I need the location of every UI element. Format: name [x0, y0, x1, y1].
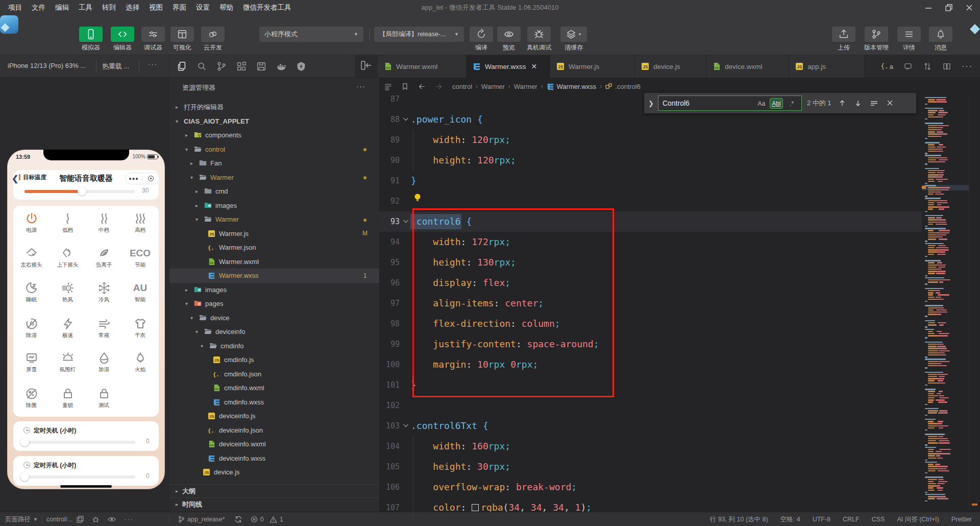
regex-icon[interactable]: .* [786, 98, 797, 109]
find-next-icon[interactable] [854, 100, 862, 107]
control-常规[interactable]: 常规 [86, 317, 122, 339]
debug-icon[interactable] [92, 516, 100, 523]
tab-Warmer.wxss[interactable]: Warmer.wxss✕ [467, 55, 550, 78]
close-icon[interactable] [966, 4, 973, 11]
tree-item-cmdinfo.js[interactable]: JScmdinfo.js [169, 353, 379, 367]
control-除湿[interactable]: 除湿 [13, 317, 50, 339]
tree-item-deviceinfo.js[interactable]: JSdeviceinfo.js [169, 409, 379, 423]
tab-app.js[interactable]: JSapp.js [789, 55, 865, 78]
tree-item-cmd[interactable]: ▸cmd [169, 184, 379, 199]
minimize-icon[interactable] [925, 4, 932, 11]
control-负离子[interactable]: 负离子 [86, 247, 122, 269]
control-低档[interactable]: 低档 [50, 212, 86, 234]
api-icon[interactable]: {..}a [879, 61, 893, 71]
control-测试[interactable]: 测试 [86, 387, 122, 409]
activity-files-icon[interactable] [176, 61, 187, 72]
control-左右摇头[interactable]: 左右摇头 [13, 247, 50, 269]
tree-item-components[interactable]: ▸components [169, 128, 379, 142]
simulator-more-icon[interactable]: ··· [148, 60, 158, 68]
tree-item-Warmer[interactable]: ▾Warmer● [169, 171, 379, 185]
activity-git-icon[interactable] [216, 61, 227, 72]
tree-item-cmdinfo[interactable]: ▾cmdinfo [169, 339, 379, 353]
tree-item-Warmer.wxml[interactable]: <>Warmer.wxml [169, 255, 379, 269]
tree-item-CIAS_AIOT_APPLET[interactable]: ▾CIAS_AIOT_APPLET [169, 114, 379, 129]
menu-9[interactable]: 帮助 [219, 3, 233, 12]
timer-slider[interactable] [24, 441, 135, 444]
temperature-slider-knob[interactable] [78, 187, 86, 196]
compile-mode-select[interactable]: 【局部编译】release-...▼ [374, 27, 464, 42]
control-屏显[interactable]: 屏显 [13, 351, 50, 373]
miniapp-capsule[interactable]: ●●● [125, 173, 160, 184]
control-极速[interactable]: 极速 [50, 317, 86, 339]
control-节能[interactable]: ECO节能 [122, 247, 158, 269]
page-path-label[interactable]: 页面路径 [5, 515, 31, 524]
tab-device.wxml[interactable]: <>device.wxml [706, 55, 789, 78]
find-expand-icon[interactable]: ❯ [648, 100, 654, 107]
tree-item-images[interactable]: ▸images [169, 199, 379, 213]
tree-item-deviceinfo.wxss[interactable]: deviceinfo.wxss [169, 451, 379, 466]
tree-item-Warmer[interactable]: ▾Warmer● [169, 212, 379, 227]
tree-item-Warmer.js[interactable]: JSWarmer.jsM [169, 227, 379, 241]
warnings-icon[interactable] [270, 516, 277, 523]
formatter[interactable]: Prettier [951, 516, 972, 523]
menu-7[interactable]: 界面 [173, 3, 186, 12]
tree-item-deviceinfo[interactable]: ▾deviceinfo [169, 325, 379, 339]
eye-icon[interactable] [108, 516, 116, 522]
timer-slider-knob[interactable] [20, 472, 29, 481]
menu-3[interactable]: 工具 [79, 3, 92, 12]
menu-1[interactable]: 文件 [32, 3, 45, 12]
tree-item-device.js[interactable]: JSdevice.js [169, 465, 379, 480]
activity-grid-icon[interactable] [236, 61, 247, 72]
activity-docker-icon[interactable] [276, 61, 287, 72]
menu-0[interactable]: 项目 [8, 3, 22, 12]
indentation[interactable]: 空格: 4 [780, 515, 800, 524]
version-button[interactable] [865, 27, 888, 42]
tree-item-deviceinfo.wxml[interactable]: <>deviceinfo.wxml [169, 437, 379, 451]
tree-item-deviceinfo.json[interactable]: {..}deviceinfo.json [169, 423, 379, 438]
mode-select[interactable]: 小程序模式▼ [259, 27, 363, 42]
debugger-button[interactable] [141, 27, 165, 42]
timer-slider[interactable] [24, 475, 135, 479]
errors-icon[interactable] [251, 516, 258, 523]
menu-10[interactable]: 微信开发者工具 [243, 3, 291, 12]
menu-4[interactable]: 转到 [102, 3, 116, 12]
comment-icon[interactable] [903, 62, 913, 71]
tree-item-cmdinfo.wxml[interactable]: <>cmdinfo.wxml [169, 381, 379, 395]
activity-save-icon[interactable] [256, 61, 267, 72]
preview-button[interactable] [497, 27, 521, 42]
avatar[interactable] [0, 15, 18, 34]
editor-button[interactable] [111, 27, 134, 42]
find-input[interactable]: Control6 Aa Ab̲l .* [658, 95, 802, 111]
control-睡眠[interactable]: 睡眠 [13, 281, 50, 303]
explorer-more-icon[interactable]: ··· [356, 82, 365, 90]
control-电源[interactable]: 电源 [13, 212, 50, 234]
menu-6[interactable]: 视图 [149, 3, 163, 12]
device-selector[interactable]: iPhone 12/13 (Pro) 63% ... [8, 62, 86, 69]
clear-cache-button[interactable]: ▼ [560, 27, 587, 42]
encoding[interactable]: UTF-8 [813, 516, 830, 523]
control-热风[interactable]: 热风 [50, 281, 86, 303]
menu-5[interactable]: 选择 [126, 3, 139, 12]
tree-item-device[interactable]: ▾device [169, 311, 379, 325]
split-editor-icon[interactable] [942, 62, 951, 71]
tree-item-cmdinfo.wxss[interactable]: cmdinfo.wxss [169, 395, 379, 410]
restore-icon[interactable] [945, 4, 952, 11]
menu-2[interactable]: 编辑 [55, 3, 69, 12]
page-path-value[interactable]: control/... [46, 516, 72, 523]
tree-item-images[interactable]: ▸images [169, 283, 379, 297]
compare-icon[interactable] [923, 62, 932, 71]
control-童锁[interactable]: 童锁 [50, 387, 86, 409]
whole-word-icon[interactable]: Ab̲l [770, 98, 783, 109]
activity-shield-icon[interactable] [296, 61, 307, 72]
tab-Warmer.wxml[interactable]: <>Warmer.wxml [378, 55, 467, 78]
tree-item-打开的编辑器[interactable]: ▸打开的编辑器 [169, 100, 379, 114]
eol-sequence[interactable]: CRLF [843, 516, 860, 523]
find-prev-icon[interactable] [839, 100, 846, 107]
control-火焰[interactable]: 火焰 [122, 351, 158, 373]
tab-close-icon[interactable]: ✕ [531, 62, 537, 70]
tree-item-Fan[interactable]: ▸Fan [169, 156, 379, 171]
control-除菌[interactable]: 除菌 [13, 387, 50, 409]
simulator-button[interactable] [79, 27, 103, 42]
section-时间线[interactable]: ▸时间线 [169, 497, 379, 511]
compile-button[interactable] [470, 27, 493, 42]
